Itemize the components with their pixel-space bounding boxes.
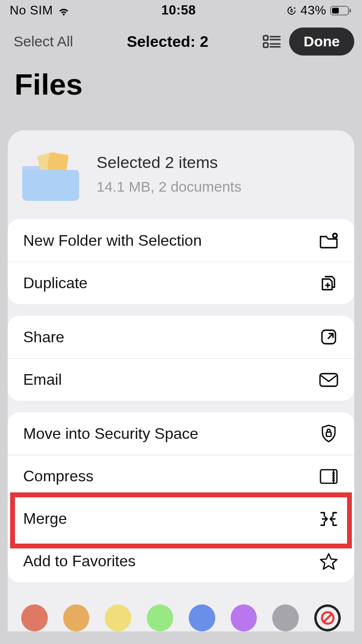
share-button[interactable]: Share [8, 316, 354, 358]
shield-lock-icon [319, 423, 339, 444]
folder-plus-icon [319, 230, 339, 251]
mail-icon [319, 370, 339, 390]
clock-text: 10:58 [161, 3, 196, 18]
summary-title: Selected 2 items [97, 153, 241, 172]
select-all-button[interactable]: Select All [14, 33, 73, 50]
status-bar: No SIM 10:58 43% [0, 0, 362, 21]
action-group-2: Share Email [8, 316, 354, 401]
color-swatch[interactable] [63, 604, 90, 631]
merge-button[interactable]: Merge [8, 497, 354, 540]
carrier-text: No SIM [10, 3, 53, 18]
action-label: New Folder with Selection [23, 232, 202, 250]
summary-subtitle: 14.1 MB, 2 documents [97, 179, 241, 195]
action-label: Move into Security Space [23, 425, 198, 443]
selection-summary: Selected 2 items 14.1 MB, 2 documents [8, 130, 354, 215]
rotation-lock-icon [287, 6, 296, 15]
done-button[interactable]: Done [289, 28, 354, 56]
color-swatch[interactable] [105, 604, 131, 631]
svg-rect-14 [320, 374, 337, 386]
action-label: Email [23, 371, 62, 389]
email-button[interactable]: Email [8, 358, 354, 401]
wifi-icon [57, 5, 70, 16]
add-favorites-button[interactable]: Add to Favorites [8, 540, 354, 582]
color-swatch[interactable] [231, 604, 257, 631]
svg-rect-11 [47, 152, 69, 172]
share-icon [319, 327, 339, 347]
svg-rect-3 [349, 9, 351, 13]
svg-point-19 [333, 475, 334, 476]
action-group-3: Move into Security Space Compress Merge … [8, 412, 354, 582]
action-label: Compress [23, 467, 94, 485]
action-label: Add to Favorites [23, 552, 136, 570]
merge-icon [319, 509, 339, 529]
clear-color-icon[interactable] [314, 604, 341, 631]
svg-rect-2 [332, 8, 339, 14]
svg-point-20 [333, 477, 334, 478]
move-security-button[interactable]: Move into Security Space [8, 412, 354, 455]
color-tags-row [8, 594, 354, 631]
svg-point-21 [333, 479, 334, 480]
actions-card: Selected 2 items 14.1 MB, 2 documents Ne… [8, 130, 354, 631]
svg-point-18 [333, 472, 334, 473]
color-swatch[interactable] [147, 604, 173, 631]
action-label: Share [23, 328, 64, 346]
action-label: Merge [23, 510, 67, 528]
new-folder-button[interactable]: New Folder with Selection [8, 219, 354, 262]
action-label: Duplicate [23, 274, 87, 292]
battery-text: 43% [300, 3, 326, 18]
duplicate-button[interactable]: Duplicate [8, 262, 354, 304]
action-group-1: New Folder with Selection Duplicate [8, 219, 354, 304]
svg-rect-0 [291, 10, 292, 12]
duplicate-icon [319, 273, 339, 294]
svg-rect-7 [264, 43, 268, 47]
compress-button[interactable]: Compress [8, 455, 354, 497]
color-swatch[interactable] [272, 604, 299, 631]
color-swatch[interactable] [21, 604, 48, 631]
archive-icon [319, 466, 339, 487]
view-toggle-icon[interactable] [262, 33, 281, 50]
svg-rect-15 [326, 432, 331, 436]
svg-rect-16 [320, 470, 337, 483]
nav-header: Select All Selected: 2 Done [0, 21, 362, 58]
svg-line-23 [324, 614, 332, 622]
color-swatch[interactable] [189, 604, 215, 631]
svg-rect-4 [264, 36, 268, 40]
battery-icon [330, 6, 351, 15]
star-icon [319, 551, 339, 572]
folder-illustration-icon [18, 147, 79, 201]
selection-count: Selected: 2 [81, 33, 254, 51]
page-title: Files [0, 58, 362, 101]
